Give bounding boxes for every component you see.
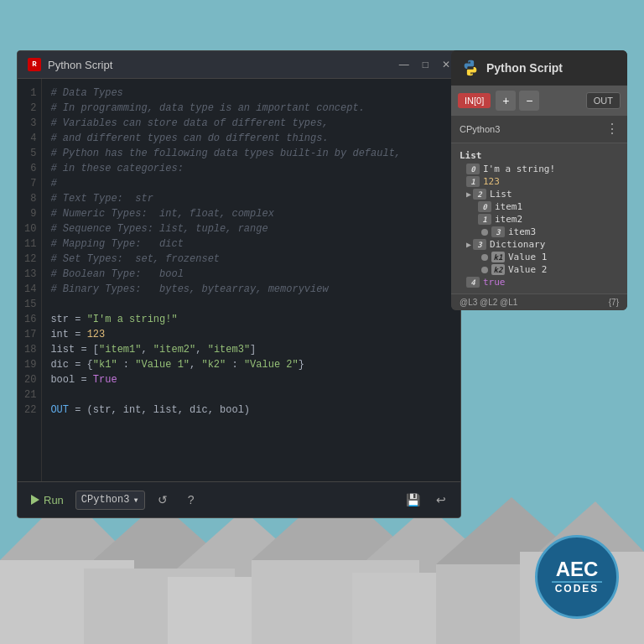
minimize-button[interactable]: — (399, 59, 409, 70)
interpreter-arrow: ▾ (132, 494, 138, 506)
tree-item-3-k1: k1 Value 1 (451, 251, 627, 263)
tree-item-4: 4 true (451, 276, 627, 288)
tree-item-0: 0 I'm a string! (451, 163, 627, 175)
tree-bullet-3-k1 (481, 254, 488, 261)
code-content[interactable]: # Data Types# In programming, data type … (42, 79, 460, 481)
aec-text-codes: CODES (555, 583, 600, 595)
editor-titlebar: R Python Script — □ ✕ (18, 51, 460, 79)
tree-index-2: 2 (473, 189, 486, 200)
interpreter-select[interactable]: CPython3 ▾ (75, 491, 145, 510)
editor-toolbar: Run CPython3 ▾ ↺ ? 💾 ↩ (18, 481, 460, 517)
titlebar-controls: — □ ✕ (399, 59, 450, 70)
aec-text-aec: AEC (556, 559, 599, 579)
panel-footer: @L3 @L2 @L1 {7} (451, 293, 627, 310)
tree-expand-2[interactable]: ▶ (466, 190, 471, 199)
tree-index-2-0: 0 (478, 201, 491, 212)
tree-value-4: true (483, 277, 506, 288)
tree-expand-3[interactable]: ▶ (466, 240, 471, 249)
python-logo-icon (461, 59, 480, 77)
panel-interpreter-row: CPython3 ⋮ (451, 116, 627, 143)
panel-titlebar: Python Script (451, 50, 627, 86)
tree-index-2-3: 3 (491, 226, 505, 237)
tree-key-k1: k1 (491, 252, 505, 262)
run-button[interactable]: Run (26, 492, 69, 508)
undo-icon-button[interactable]: ↩ (430, 489, 452, 511)
tree-group-2-label: List (490, 189, 512, 200)
io-minus-button[interactable]: − (519, 91, 539, 111)
tree-value-2-3: item3 (508, 226, 536, 237)
tree-key-k2: k2 (491, 264, 505, 275)
tree-value-0: I'm a string! (483, 164, 555, 174)
tree-index-0: 0 (466, 164, 480, 174)
tree-item-3: ▶ 3 Dictionary (451, 238, 627, 251)
tree-item-2: ▶ 2 List (451, 188, 627, 200)
tree-value-2-1: item2 (495, 214, 522, 225)
panel-footer-location: @L3 @L2 @L1 (460, 298, 517, 307)
line-numbers: 12345 678910 1112131415 1617181920 2122 (18, 79, 42, 481)
tree-bullet-3-k2 (481, 267, 488, 273)
tree-root-label: List (451, 148, 627, 163)
reload-icon-button[interactable]: ↺ (152, 489, 174, 511)
aec-badge: AEC CODES (535, 535, 619, 619)
maximize-button[interactable]: □ (423, 59, 428, 70)
code-area: 12345 678910 1112131415 1617181920 2122 … (18, 79, 460, 481)
tree-item-1: 1 123 (451, 175, 627, 188)
tree-index-3: 3 (473, 239, 486, 250)
tree-index-1: 1 (466, 176, 480, 187)
run-label: Run (44, 494, 64, 506)
editor-title-icon: R (28, 58, 41, 71)
editor-window: R Python Script — □ ✕ 12345 678910 11121… (17, 50, 461, 518)
tree-item-2-1: 1 item2 (451, 213, 627, 226)
tree-index-2-1: 1 (478, 214, 491, 225)
out-button[interactable]: OUT (586, 92, 621, 109)
panel-title: Python Script (486, 61, 563, 75)
tree-item-2-3: 3 item3 (451, 226, 627, 238)
io-controls: + − (496, 91, 539, 111)
play-icon (31, 495, 39, 505)
panel-menu-dots[interactable]: ⋮ (605, 121, 619, 138)
panel-interpreter-text: CPython3 (460, 124, 500, 134)
tree-group-3-label: Dictionary (490, 239, 545, 250)
io-plus-button[interactable]: + (496, 91, 516, 111)
tree-item-2-0: 0 item1 (451, 200, 627, 213)
help-icon-button[interactable]: ? (180, 489, 202, 511)
aec-circle: AEC CODES (535, 535, 619, 619)
interpreter-name: CPython3 (81, 494, 130, 506)
tree-value-1: 123 (483, 176, 500, 187)
in-button[interactable]: IN[0] (458, 93, 491, 108)
panel-footer-count: {7} (609, 298, 619, 307)
close-button[interactable]: ✕ (442, 59, 450, 70)
save-icon-button[interactable]: 💾 (402, 489, 423, 511)
tree-item-3-k2: k2 Value 2 (451, 263, 627, 276)
editor-title: Python Script (48, 59, 392, 71)
panel-io-bar: IN[0] + − OUT (451, 86, 627, 116)
tree-value-k2: Value 2 (508, 264, 547, 275)
panel-output: List 0 I'm a string! 1 123 ▶ 2 List 0 it… (451, 143, 627, 293)
python-script-panel: Python Script IN[0] + − OUT CPython3 ⋮ L… (451, 50, 627, 310)
tree-bullet-2-3 (481, 229, 488, 236)
tree-value-2-0: item1 (495, 201, 522, 212)
tree-index-4: 4 (466, 277, 480, 288)
tree-value-k1: Value 1 (508, 252, 547, 262)
